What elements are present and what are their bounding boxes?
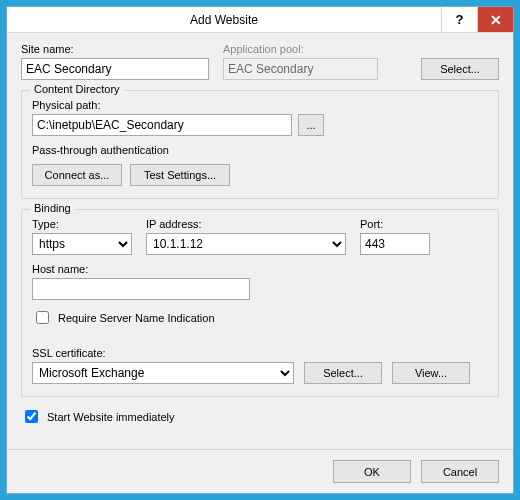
ssl-cert-view-button[interactable]: View... (392, 362, 470, 384)
titlebar: Add Website ? ✕ (7, 7, 513, 33)
site-name-label: Site name: (21, 43, 209, 55)
require-sni-label: Require Server Name Indication (58, 312, 215, 324)
type-select[interactable]: https (32, 233, 132, 255)
port-label: Port: (360, 218, 430, 230)
app-pool-label: Application pool: (223, 43, 378, 55)
dialog-body: Site name: Application pool: Select... C… (7, 33, 513, 449)
ip-label: IP address: (146, 218, 346, 230)
ssl-cert-select[interactable]: Microsoft Exchange (32, 362, 294, 384)
browse-path-button[interactable]: ... (298, 114, 324, 136)
start-immediately-checkbox[interactable] (25, 410, 38, 423)
dialog-footer: OK Cancel (7, 449, 513, 493)
binding-group: Binding Type: https IP address: 10.1.1.1… (21, 209, 499, 397)
physical-path-label: Physical path: (32, 99, 488, 111)
content-directory-legend: Content Directory (30, 83, 124, 95)
start-immediately-label: Start Website immediately (47, 411, 175, 423)
cancel-button[interactable]: Cancel (421, 460, 499, 483)
window-title: Add Website (7, 7, 441, 32)
add-website-dialog: Add Website ? ✕ Site name: Application p… (6, 6, 514, 494)
binding-legend: Binding (30, 202, 75, 214)
port-input[interactable] (360, 233, 430, 255)
help-button[interactable]: ? (441, 7, 477, 32)
app-pool-select-button[interactable]: Select... (421, 58, 499, 80)
host-name-label: Host name: (32, 263, 488, 275)
connect-as-button[interactable]: Connect as... (32, 164, 122, 186)
test-settings-button[interactable]: Test Settings... (130, 164, 230, 186)
app-pool-input (223, 58, 378, 80)
physical-path-input[interactable] (32, 114, 292, 136)
ssl-cert-select-button[interactable]: Select... (304, 362, 382, 384)
content-directory-group: Content Directory Physical path: ... Pas… (21, 90, 499, 199)
passthrough-auth-label: Pass-through authentication (32, 144, 488, 156)
ok-button[interactable]: OK (333, 460, 411, 483)
close-button[interactable]: ✕ (477, 7, 513, 32)
require-sni-checkbox[interactable] (36, 311, 49, 324)
host-name-input[interactable] (32, 278, 250, 300)
ssl-cert-label: SSL certificate: (32, 347, 488, 359)
type-label: Type: (32, 218, 132, 230)
site-name-input[interactable] (21, 58, 209, 80)
ip-select[interactable]: 10.1.1.12 (146, 233, 346, 255)
